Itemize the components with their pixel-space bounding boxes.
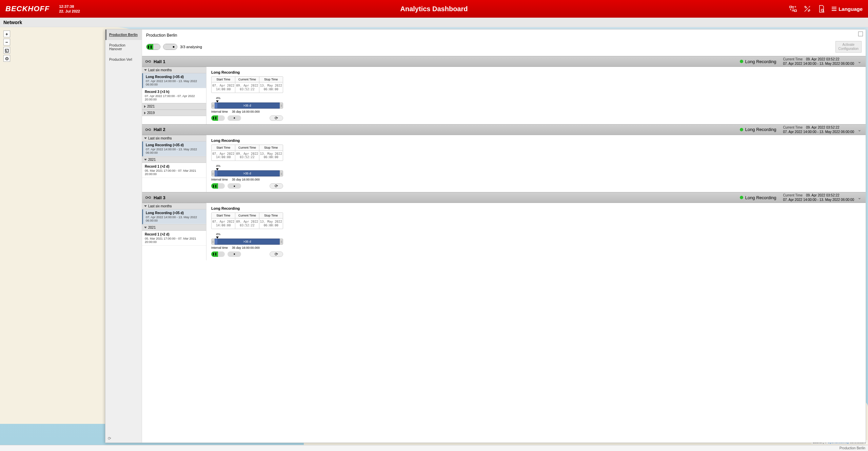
analyse-toggle-play[interactable]: ❚❚ (146, 44, 160, 50)
time-col-value: 13. May 2022 06:00:00 (259, 151, 283, 161)
interval-row: Interval time35 day 16:00:00.000 (211, 110, 283, 113)
play-toggle[interactable]: ❚❚ (211, 115, 225, 121)
hall-header[interactable]: Hall 2 Long Recording Current Time09. Ap… (142, 124, 866, 135)
progress-cap-right[interactable]: || (280, 170, 283, 176)
recording-detail: Long Recording Start Time07. Apr 2022 14… (206, 67, 866, 124)
record-group[interactable]: 2021 (142, 224, 206, 231)
time-col-value: 09. Apr 2022 03:52:22 (235, 82, 259, 93)
dashboard-content: Production Berlin ❚❚ ■ 3/3 analysing Act… (142, 30, 866, 443)
reload-button[interactable]: ⟳ (270, 251, 283, 257)
tools-icon[interactable] (803, 5, 811, 13)
progress-bar[interactable]: || >35 d || (211, 102, 283, 109)
sidebar-item[interactable]: Production Hanover (105, 40, 142, 54)
progress-cap-left[interactable]: || (211, 239, 215, 245)
header-time: 12:37:38 (59, 4, 80, 9)
workflow-icon[interactable] (789, 5, 797, 13)
status-bar: Production Berlin (0, 445, 868, 451)
time-col-header: Start Time (212, 213, 235, 219)
record-group[interactable]: Last six months (142, 135, 206, 142)
playback-controls: ❚❚ ■ ⟳ (211, 115, 283, 121)
progress-cap-right[interactable]: || (280, 239, 283, 245)
svg-rect-7 (149, 129, 151, 130)
recording-detail: Long Recording Start Time07. Apr 2022 14… (206, 203, 866, 260)
hall-name: Hall 1 (154, 59, 165, 64)
stop-button[interactable]: ■ (228, 183, 241, 189)
record-group[interactable]: Last six months (142, 203, 206, 209)
progress-cap-left[interactable]: || (211, 170, 215, 176)
progress-label: >35 d (243, 104, 251, 107)
time-col-value: 09. Apr 2022 03:52:22 (235, 151, 259, 161)
time-col-value: 13. May 2022 06:00:00 (259, 219, 283, 229)
time-col-value: 07. Apr 2022 14:00:00 (212, 151, 235, 161)
time-col-header: Stop Time (259, 145, 283, 151)
chevron-down-icon[interactable]: ⌄ (857, 127, 862, 132)
toolbar-title: Network (3, 20, 22, 25)
stop-button[interactable]: ■ (228, 115, 241, 121)
interval-row: Interval time35 day 16:00:00.000 (211, 178, 283, 181)
svg-rect-0 (790, 6, 792, 8)
hall-name: Hall 2 (154, 127, 165, 132)
chevron-down-icon[interactable]: ⌄ (857, 59, 862, 64)
content-head: Production Berlin (142, 30, 866, 39)
hall-status: Long Recording (745, 127, 776, 132)
main-area: + − ◱ ⊙ Leaflet | © OpenStreetMap contri… (0, 27, 868, 445)
time-col-header: Current Time (235, 77, 259, 82)
zoom-out-button[interactable]: − (3, 39, 10, 45)
play-toggle[interactable]: ❚❚ (211, 183, 225, 189)
fullscreen-icon[interactable] (858, 32, 863, 36)
record-list: Last six monthsLong Recording (>35 d)07.… (142, 203, 206, 260)
time-table: Start Time07. Apr 2022 14:00:00Current T… (211, 76, 283, 93)
svg-rect-1 (794, 10, 796, 12)
time-col-header: Start Time (212, 145, 235, 151)
record-item[interactable]: Long Recording (>35 d)07. Apr 2022 14:00… (142, 73, 206, 88)
analyse-toggle-stop[interactable]: ■ (163, 44, 177, 50)
document-search-icon[interactable] (817, 5, 826, 13)
reload-button[interactable]: ⟳ (270, 115, 283, 121)
map-zoom-controls: + − ◱ ⊙ (3, 31, 10, 62)
chevron-down-icon[interactable]: ⌄ (857, 195, 862, 200)
record-item[interactable]: Record 1 (>2 d)05. Mar 2021 17:00:00 - 0… (142, 163, 206, 178)
record-group[interactable]: 2021 (142, 103, 206, 110)
progress-cap-right[interactable]: || (280, 102, 283, 109)
language-button[interactable]: Language (832, 6, 863, 12)
time-col-header: Current Time (235, 145, 259, 151)
map-layers-button[interactable]: ◱ (3, 47, 10, 54)
record-item[interactable]: Long Recording (>35 d)07. Apr 2022 14:00… (142, 209, 206, 224)
zoom-in-button[interactable]: + (3, 31, 10, 37)
chain-icon (145, 59, 151, 63)
halls-container: Hall 1 Long Recording Current Time09. Ap… (142, 56, 866, 443)
hall-body: Last six monthsLong Recording (>35 d)07.… (142, 203, 866, 260)
play-toggle[interactable]: ❚❚ (211, 251, 225, 257)
record-group[interactable]: 2021 (142, 156, 206, 163)
sidebar-item[interactable]: Production Berlin (105, 30, 142, 40)
hall-status: Long Recording (745, 195, 776, 200)
record-item[interactable]: Long Recording (>35 d)07. Apr 2022 14:00… (142, 142, 206, 156)
analyse-row: ❚❚ ■ 3/3 analysing Activate Configuratio… (142, 39, 866, 56)
svg-rect-3 (146, 60, 147, 62)
progress-bar[interactable]: || >35 d || (211, 170, 283, 176)
sidebar-item[interactable]: Production Verl (105, 54, 142, 65)
progress-percent: 4% (216, 164, 283, 168)
reload-button[interactable]: ⟳ (270, 183, 283, 189)
record-item[interactable]: Record 1 (>2 d)05. Mar 2021 17:00:00 - 0… (142, 231, 206, 246)
progress-label: >35 d (243, 240, 251, 243)
record-group[interactable]: Last six months (142, 67, 206, 73)
recording-title: Long Recording (211, 206, 861, 210)
record-item[interactable]: Record 3 (>3 h)07. Apr 2022 17:00:00 - 0… (142, 88, 206, 103)
status-dot-icon (740, 60, 743, 63)
interval-row: Interval time35 day 16:00:00.000 (211, 246, 283, 249)
hall-header[interactable]: Hall 1 Long Recording Current Time09. Ap… (142, 56, 866, 67)
toolbar: Network (0, 18, 868, 27)
time-col-header: Stop Time (259, 77, 283, 82)
activate-config-button[interactable]: Activate Configuration (835, 41, 862, 53)
map-location-button[interactable]: ⊙ (3, 55, 10, 62)
record-list: Last six monthsLong Recording (>35 d)07.… (142, 135, 206, 192)
record-group[interactable]: 2019 (142, 110, 206, 116)
progress-bar[interactable]: || >35 d || (211, 239, 283, 245)
refresh-panel-icon[interactable]: ⟳ (108, 436, 113, 441)
progress-cap-left[interactable]: || (211, 102, 215, 109)
hall-header[interactable]: Hall 3 Long Recording Current Time09. Ap… (142, 192, 866, 203)
time-col-value: 13. May 2022 06:00:00 (259, 82, 283, 93)
stop-button[interactable]: ■ (228, 251, 241, 257)
status-dot-icon (740, 196, 743, 199)
